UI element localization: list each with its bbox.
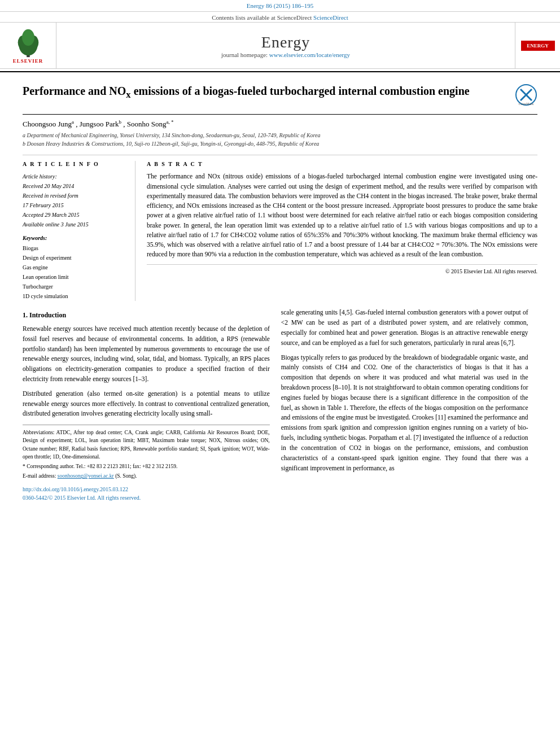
- sciencedirect-link[interactable]: ScienceDirect: [313, 14, 348, 21]
- abbreviations-text: Abbreviations: ATDC, After top dead cent…: [23, 429, 270, 461]
- journal-page: Energy 86 (2015) 186–195 Contents lists …: [0, 0, 560, 514]
- abstract-heading: A B S T R A C T: [147, 161, 537, 167]
- list-item: Design of experiment: [23, 253, 126, 263]
- copyright: © 2015 Elsevier Ltd. All rights reserved…: [147, 264, 537, 274]
- homepage-label: journal homepage:: [221, 51, 268, 58]
- keywords: Keywords: Biogas Design of experiment Ga…: [23, 235, 126, 301]
- list-item: Gas engine: [23, 263, 126, 272]
- journal-citation: Energy 86 (2015) 186–195: [0, 0, 560, 12]
- energy-logo-area: ENERGY: [515, 23, 560, 68]
- citation-text: Energy 86 (2015) 186–195: [247, 2, 314, 9]
- keywords-list: Biogas Design of experiment Gas engine L…: [23, 243, 126, 301]
- corresponding-text: * Corresponding author. Tel.: +82 83 2 2…: [23, 462, 270, 470]
- paper-body: Performance and NOx emissions of a bioga…: [0, 72, 560, 514]
- header-middle: ELSEVIER Energy journal homepage: www.el…: [0, 23, 560, 69]
- intro-para4: Biogas typically refers to gas produced …: [281, 353, 528, 474]
- article-history: Article history: Received 20 May 2014 Re…: [23, 172, 126, 229]
- affiliation-a: a Department of Mechanical Engineering, …: [23, 131, 537, 139]
- elsevier-logo: ELSEVIER: [11, 27, 45, 64]
- elsevier-text: ELSEVIER: [13, 58, 43, 64]
- authors: Choongsoo Junga , Jungsoo Parkb , Soonho…: [23, 119, 537, 129]
- footer-links: http://dx.doi.org/10.1016/j.energy.2015.…: [23, 485, 270, 503]
- list-item: Biogas: [23, 243, 126, 253]
- list-item: Turbocharger: [23, 282, 126, 291]
- left-column: 1. Introduction Renewable energy sources…: [23, 308, 270, 502]
- abstract: A B S T R A C T The performance and NOx …: [147, 161, 537, 301]
- svg-point-4: [22, 29, 34, 46]
- elsevier-tree-icon: [11, 27, 45, 58]
- abstract-text: The performance and NOx (nitrous oxide) …: [147, 172, 537, 259]
- section-heading-intro: 1. Introduction: [23, 310, 270, 321]
- intro-para1: Renewable energy sources have received m…: [23, 324, 270, 385]
- journal-header: Energy 86 (2015) 186–195 Contents lists …: [0, 0, 560, 72]
- elsevier-logo-area: ELSEVIER: [0, 23, 56, 68]
- svg-text:CrossMark: CrossMark: [519, 102, 534, 106]
- issn-text: 0360-5442/© 2015 Elsevier Ltd. All right…: [23, 493, 270, 503]
- list-item: 1D cycle simulation: [23, 291, 126, 301]
- email-link[interactable]: soonhosong@yonsei.ac.kr: [58, 473, 114, 479]
- article-info: A R T I C L E I N F O Article history: R…: [23, 161, 135, 301]
- journal-homepage: journal homepage: www.elsevier.com/locat…: [221, 51, 350, 58]
- doi-link[interactable]: http://dx.doi.org/10.1016/j.energy.2015.…: [23, 486, 128, 492]
- email-line: E-mail address: soonhosong@yonsei.ac.kr …: [23, 472, 270, 480]
- paper-title-section: Performance and NOx emissions of a bioga…: [23, 84, 537, 115]
- journal-name-area: Energy journal homepage: www.elsevier.co…: [56, 23, 515, 68]
- intro-para2: Distributed generation (also termed on-s…: [23, 389, 270, 419]
- affiliations: a Department of Mechanical Engineering, …: [23, 131, 537, 148]
- intro-para3: scale generating units [4,5]. Gas-fueled…: [281, 308, 528, 348]
- homepage-link[interactable]: www.elsevier.com/locate/energy: [269, 51, 350, 58]
- footnotes: Abbreviations: ATDC, After top dead cent…: [23, 425, 270, 480]
- sciencedirect-text: Contents lists available at ScienceDirec…: [212, 14, 312, 21]
- article-info-heading: A R T I C L E I N F O: [23, 161, 126, 167]
- article-info-abstract: A R T I C L E I N F O Article history: R…: [23, 155, 537, 301]
- crossmark-logo: CrossMark: [515, 84, 537, 108]
- sciencedirect-bar: Contents lists available at ScienceDirec…: [0, 12, 560, 23]
- list-item: Lean operation limit: [23, 272, 126, 282]
- journal-title: Energy: [261, 33, 310, 51]
- affiliation-b: b Doosan Heavy Industries & Construction…: [23, 139, 537, 148]
- paper-title: Performance and NOx emissions of a bioga…: [23, 84, 470, 101]
- right-column: scale generating units [4,5]. Gas-fueled…: [281, 308, 528, 502]
- energy-logo: ENERGY: [521, 41, 555, 51]
- main-content: 1. Introduction Renewable energy sources…: [23, 308, 537, 502]
- keywords-label: Keywords:: [23, 235, 126, 241]
